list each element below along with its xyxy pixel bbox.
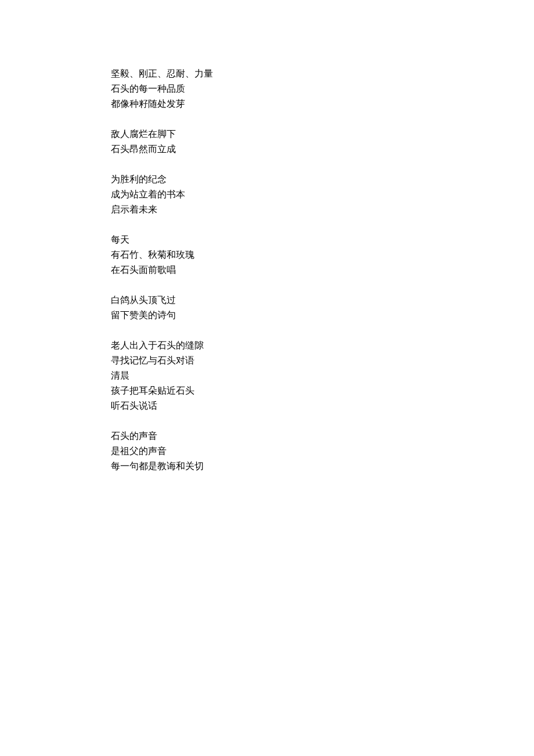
stanza: 坚毅、刚正、忍耐、力量 石头的每一种品质 都像种籽随处发芽 (111, 66, 534, 111)
poem-line: 成为站立着的书本 (111, 187, 534, 202)
poem-line: 白鸽从头顶飞过 (111, 293, 534, 308)
poem-line: 听石头说话 (111, 398, 534, 413)
poem-line: 是祖父的声音 (111, 444, 534, 459)
poem-line: 石头的声音 (111, 429, 534, 444)
poem-line: 留下赞美的诗句 (111, 308, 534, 323)
poem-line: 为胜利的纪念 (111, 172, 534, 187)
poem-line: 老人出入于石头的缝隙 (111, 338, 534, 353)
poem-line: 石头昂然而立成 (111, 142, 534, 157)
poem-line: 石头的每一种品质 (111, 81, 534, 96)
poem-line: 每一句都是教诲和关切 (111, 459, 534, 474)
document-page: 坚毅、刚正、忍耐、力量 石头的每一种品质 都像种籽随处发芽 敌人腐烂在脚下 石头… (0, 0, 534, 756)
poem-line: 启示着未来 (111, 202, 534, 217)
stanza: 老人出入于石头的缝隙 寻找记忆与石头对语 清晨 孩子把耳朵贴近石头 听石头说话 (111, 338, 534, 413)
stanza: 为胜利的纪念 成为站立着的书本 启示着未来 (111, 172, 534, 217)
poem-line: 坚毅、刚正、忍耐、力量 (111, 66, 534, 81)
poem-line: 有石竹、秋菊和玫瑰 (111, 247, 534, 262)
stanza: 每天 有石竹、秋菊和玫瑰 在石头面前歌唱 (111, 232, 534, 278)
poem-line: 孩子把耳朵贴近石头 (111, 383, 534, 398)
poem-line: 清晨 (111, 368, 534, 383)
poem-line: 在石头面前歌唱 (111, 262, 534, 278)
poem-line: 敌人腐烂在脚下 (111, 127, 534, 142)
stanza: 石头的声音 是祖父的声音 每一句都是教诲和关切 (111, 429, 534, 474)
poem-line: 每天 (111, 232, 534, 247)
stanza: 白鸽从头顶飞过 留下赞美的诗句 (111, 293, 534, 323)
poem-line: 都像种籽随处发芽 (111, 96, 534, 111)
stanza: 敌人腐烂在脚下 石头昂然而立成 (111, 127, 534, 157)
poem-line: 寻找记忆与石头对语 (111, 353, 534, 368)
